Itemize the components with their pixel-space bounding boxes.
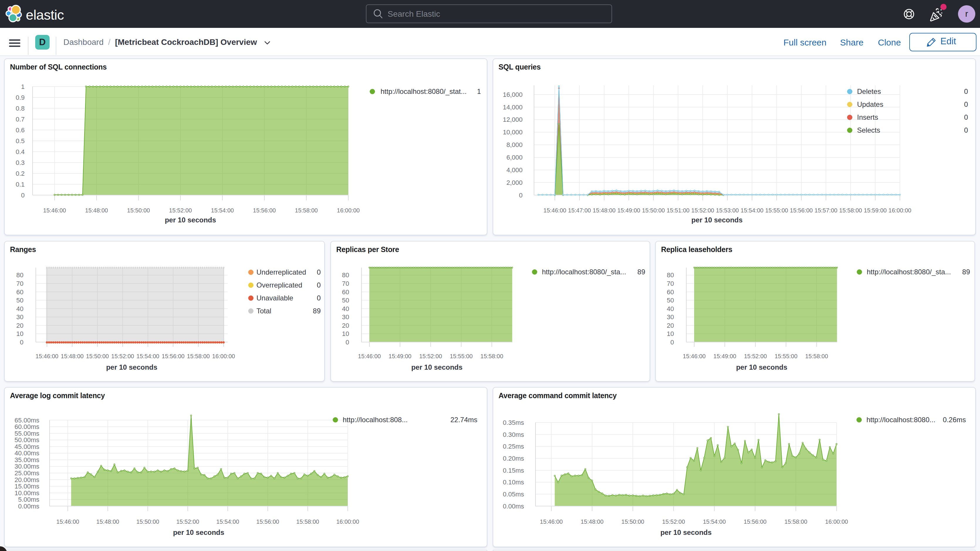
svg-text:10,000: 10,000 — [503, 129, 523, 136]
svg-text:0.3: 0.3 — [16, 159, 25, 166]
svg-text:0.00ms: 0.00ms — [18, 503, 39, 510]
svg-text:15:50:00: 15:50:00 — [137, 518, 159, 525]
svg-text:15:52:00: 15:52:00 — [662, 518, 685, 525]
svg-text:0: 0 — [670, 339, 674, 346]
svg-text:5.00ms: 5.00ms — [18, 496, 39, 503]
svg-text:40: 40 — [16, 305, 24, 312]
svg-text:25.00ms: 25.00ms — [15, 470, 39, 477]
svg-text:0.5: 0.5 — [16, 137, 25, 145]
svg-text:16:00:00: 16:00:00 — [888, 207, 912, 213]
svg-text:0.35ms: 0.35ms — [503, 419, 524, 426]
svg-text:per 10 seconds: per 10 seconds — [660, 529, 712, 536]
svg-text:15:48:00: 15:48:00 — [96, 518, 119, 525]
svg-text:10.00ms: 10.00ms — [15, 489, 39, 497]
svg-text:15:52:00: 15:52:00 — [744, 353, 767, 360]
svg-text:15:50:00: 15:50:00 — [86, 353, 109, 360]
svg-text:15:49:00: 15:49:00 — [617, 207, 640, 213]
svg-text:70: 70 — [16, 280, 24, 287]
svg-text:70: 70 — [667, 280, 674, 287]
svg-text:15:58:00: 15:58:00 — [295, 207, 318, 213]
svg-text:60: 60 — [342, 288, 349, 296]
svg-text:50.00ms: 50.00ms — [15, 436, 39, 444]
svg-text:80: 80 — [16, 271, 24, 279]
svg-text:1: 1 — [21, 83, 25, 90]
svg-text:40.00ms: 40.00ms — [15, 449, 39, 457]
svg-text:15:48:00: 15:48:00 — [85, 207, 108, 213]
svg-text:10: 10 — [16, 330, 24, 338]
svg-text:15:59:00: 15:59:00 — [864, 207, 887, 213]
svg-text:30.00ms: 30.00ms — [15, 463, 39, 470]
svg-text:per 10 seconds: per 10 seconds — [106, 363, 158, 371]
svg-text:per 10 seconds: per 10 seconds — [165, 216, 216, 224]
svg-text:2,000: 2,000 — [506, 179, 523, 186]
svg-text:60.00ms: 60.00ms — [15, 423, 39, 430]
svg-text:15:50:00: 15:50:00 — [127, 207, 150, 213]
svg-text:0.8: 0.8 — [16, 105, 25, 112]
svg-text:15:50:00: 15:50:00 — [622, 518, 644, 525]
svg-text:15:58:00: 15:58:00 — [784, 518, 807, 525]
svg-text:0.1: 0.1 — [16, 181, 25, 188]
svg-text:16:00:00: 16:00:00 — [337, 207, 360, 213]
svg-text:16:00:00: 16:00:00 — [825, 518, 848, 525]
svg-text:15:58:00: 15:58:00 — [480, 353, 503, 360]
svg-text:per 10 seconds: per 10 seconds — [411, 363, 463, 371]
svg-text:0: 0 — [519, 191, 523, 199]
svg-text:30: 30 — [342, 313, 349, 321]
svg-text:50: 50 — [667, 297, 674, 304]
svg-text:16:00:00: 16:00:00 — [336, 518, 359, 525]
svg-text:55.00ms: 55.00ms — [15, 430, 39, 437]
svg-text:15:46:00: 15:46:00 — [358, 353, 381, 360]
svg-text:16:00:00: 16:00:00 — [212, 353, 235, 360]
svg-text:0.9: 0.9 — [16, 94, 25, 101]
svg-text:15:46:00: 15:46:00 — [56, 518, 79, 525]
svg-text:0.10ms: 0.10ms — [503, 479, 524, 486]
svg-text:0: 0 — [346, 339, 349, 346]
svg-text:60: 60 — [16, 288, 24, 296]
svg-text:60: 60 — [667, 288, 674, 296]
svg-text:20: 20 — [342, 322, 349, 329]
svg-text:0.15ms: 0.15ms — [503, 467, 524, 474]
svg-text:15:55:00: 15:55:00 — [765, 207, 788, 213]
svg-text:15:48:00: 15:48:00 — [593, 207, 616, 213]
svg-text:15:46:00: 15:46:00 — [540, 518, 563, 525]
svg-text:15:53:00: 15:53:00 — [716, 207, 739, 213]
svg-text:15:52:00: 15:52:00 — [177, 518, 199, 525]
svg-text:0.4: 0.4 — [16, 148, 25, 156]
svg-text:15:56:00: 15:56:00 — [256, 518, 279, 525]
svg-text:8,000: 8,000 — [506, 141, 523, 148]
svg-text:20: 20 — [667, 322, 674, 329]
svg-text:15:46:00: 15:46:00 — [43, 207, 66, 213]
svg-text:15:58:00: 15:58:00 — [187, 353, 210, 360]
svg-text:15:58:00: 15:58:00 — [296, 518, 319, 525]
svg-text:0.6: 0.6 — [16, 126, 25, 134]
svg-text:per 10 seconds: per 10 seconds — [736, 363, 788, 371]
svg-text:15:49:00: 15:49:00 — [713, 353, 736, 360]
svg-text:40: 40 — [667, 305, 674, 312]
svg-text:70: 70 — [342, 280, 349, 287]
svg-text:15:58:00: 15:58:00 — [839, 207, 862, 213]
svg-text:12,000: 12,000 — [503, 116, 523, 123]
svg-text:15:54:00: 15:54:00 — [216, 518, 239, 525]
svg-text:15:54:00: 15:54:00 — [703, 518, 726, 525]
svg-text:15:52:00: 15:52:00 — [169, 207, 192, 213]
svg-text:16,000: 16,000 — [503, 91, 523, 98]
svg-text:65.00ms: 65.00ms — [15, 417, 39, 424]
svg-text:15:54:00: 15:54:00 — [211, 207, 234, 213]
svg-text:per 10 seconds: per 10 seconds — [691, 216, 743, 224]
svg-text:20.00ms: 20.00ms — [15, 476, 39, 484]
svg-text:30: 30 — [16, 313, 24, 321]
svg-text:15:48:00: 15:48:00 — [61, 353, 84, 360]
svg-text:15:49:00: 15:49:00 — [388, 353, 411, 360]
svg-text:0: 0 — [20, 339, 24, 346]
svg-text:15:54:00: 15:54:00 — [137, 353, 159, 360]
svg-text:50: 50 — [342, 297, 349, 304]
svg-text:15:54:00: 15:54:00 — [741, 207, 764, 213]
svg-text:20: 20 — [16, 322, 24, 329]
svg-text:6,000: 6,000 — [506, 154, 523, 161]
svg-text:10: 10 — [667, 330, 674, 338]
svg-text:15:47:00: 15:47:00 — [568, 207, 591, 213]
svg-text:15:48:00: 15:48:00 — [581, 518, 603, 525]
svg-text:40: 40 — [342, 305, 349, 312]
svg-text:0.20ms: 0.20ms — [503, 455, 524, 462]
svg-text:0.05ms: 0.05ms — [503, 490, 524, 498]
